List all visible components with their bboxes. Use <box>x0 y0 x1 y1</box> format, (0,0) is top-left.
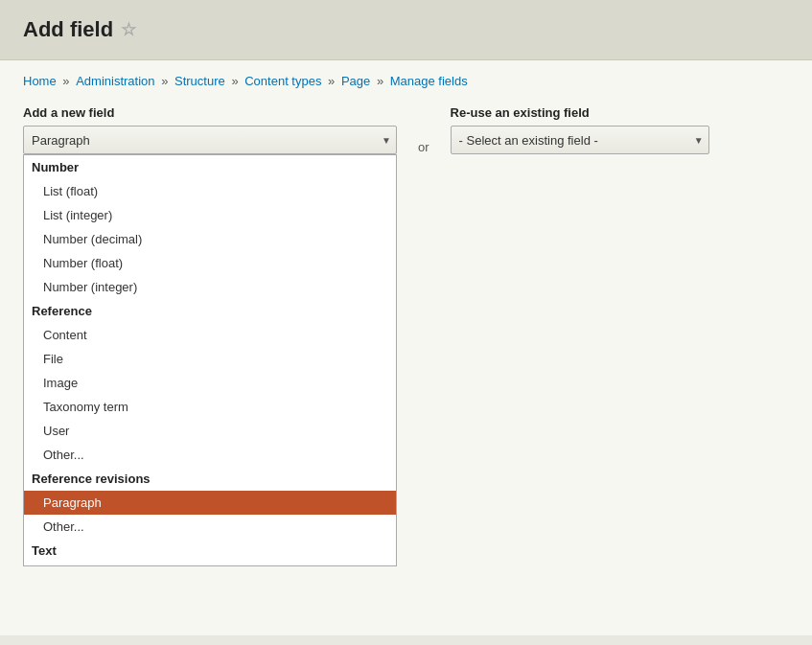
list-item[interactable]: List (float) <box>24 179 396 203</box>
breadcrumb-manage-fields[interactable]: Manage fields <box>390 74 468 88</box>
breadcrumb-page[interactable]: Page <box>341 74 370 88</box>
star-icon[interactable]: ☆ <box>121 19 136 40</box>
list-item[interactable]: File <box>24 347 396 371</box>
group-text: Text <box>24 539 396 563</box>
add-field-select[interactable]: Paragraph <box>23 126 397 154</box>
list-item[interactable]: Text (formatted, long) <box>24 563 396 566</box>
group-number: Number <box>24 155 396 179</box>
list-item[interactable]: Other... <box>24 515 396 539</box>
title-text: Add field <box>23 17 113 42</box>
list-item[interactable]: Number (decimal) <box>24 227 396 251</box>
or-separator: or <box>412 140 435 154</box>
group-reference: Reference <box>24 299 396 323</box>
reuse-field-select[interactable]: - Select an existing field - <box>451 126 709 154</box>
list-item[interactable]: List (integer) <box>24 203 396 227</box>
page-header: Add field ☆ <box>0 0 812 60</box>
breadcrumb-administration[interactable]: Administration <box>76 74 154 88</box>
list-item[interactable]: Content <box>24 323 396 347</box>
list-item[interactable]: User <box>24 419 396 443</box>
reuse-field-label: Re-use an existing field <box>451 105 709 120</box>
list-item[interactable]: Number (float) <box>24 251 396 275</box>
list-item[interactable]: Other... <box>24 443 396 467</box>
breadcrumb: Home » Administration » Structure » Cont… <box>23 74 789 88</box>
list-item[interactable]: Taxonomy term <box>24 395 396 419</box>
breadcrumb-content-types[interactable]: Content types <box>244 74 321 88</box>
breadcrumb-home[interactable]: Home <box>23 74 57 88</box>
breadcrumb-structure[interactable]: Structure <box>174 74 225 88</box>
list-item[interactable]: Image <box>24 371 396 395</box>
add-new-field-section: Add a new field Paragraph ▼ Number List … <box>23 105 397 566</box>
page-content: Home » Administration » Structure » Cont… <box>0 60 812 635</box>
add-field-dropdown-wrapper: Paragraph ▼ <box>23 126 397 154</box>
group-reference-revisions: Reference revisions <box>24 467 396 491</box>
add-new-field-label: Add a new field <box>23 105 397 120</box>
list-item-paragraph-selected[interactable]: Paragraph <box>24 491 396 515</box>
reuse-field-section: Re-use an existing field - Select an exi… <box>451 105 709 154</box>
list-item[interactable]: Number (integer) <box>24 275 396 299</box>
add-field-dropdown-list[interactable]: Number List (float) List (integer) Numbe… <box>23 154 397 566</box>
reuse-field-dropdown-wrapper: - Select an existing field - ▼ <box>451 126 709 154</box>
page-title: Add field ☆ <box>23 17 789 42</box>
fields-container: Add a new field Paragraph ▼ Number List … <box>23 105 789 566</box>
